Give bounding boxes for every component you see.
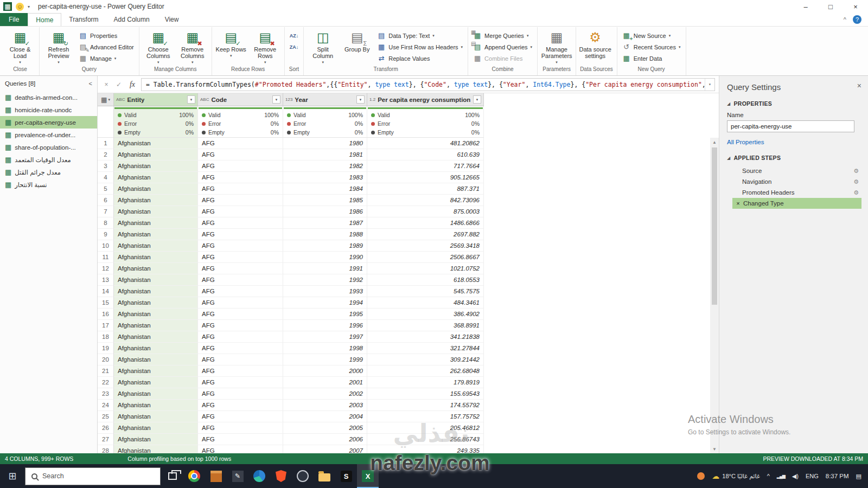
cell-entity[interactable]: Afghanistan bbox=[114, 206, 198, 217]
cell-code[interactable]: AFG bbox=[198, 217, 283, 229]
cell-year[interactable]: 2002 bbox=[283, 388, 367, 400]
tab-home[interactable]: Home bbox=[28, 13, 61, 27]
cell-year[interactable]: 2003 bbox=[283, 400, 367, 411]
cell-year[interactable]: 1994 bbox=[283, 297, 367, 309]
close-query-settings-icon[interactable]: × bbox=[857, 81, 861, 90]
table-row[interactable]: 27AfghanistanAFG2006256.86743 bbox=[98, 434, 719, 445]
append-queries-button[interactable]: ▤▤ Append Queries ▾ bbox=[471, 41, 534, 53]
cell-value[interactable]: 484.3461 bbox=[367, 297, 484, 309]
scroll-down-icon[interactable]: ▼ bbox=[710, 445, 719, 453]
cell-year[interactable]: 1999 bbox=[283, 354, 367, 365]
table-row[interactable]: 2AfghanistanAFG1981610.639 bbox=[98, 149, 719, 160]
close-button[interactable]: × bbox=[843, 0, 868, 13]
table-row[interactable]: 26AfghanistanAFG2005205.46812 bbox=[98, 422, 719, 434]
table-row[interactable]: 24AfghanistanAFG2003174.55792 bbox=[98, 400, 719, 411]
cell-year[interactable]: 2006 bbox=[283, 434, 367, 445]
cell-value[interactable]: 174.55792 bbox=[367, 400, 484, 411]
cell-entity[interactable]: Afghanistan bbox=[114, 354, 198, 365]
weather-widget[interactable]: ☁ 18°C غائم غالبًا bbox=[712, 472, 760, 480]
properties-section-header[interactable]: ◢ PROPERTIES bbox=[727, 100, 860, 107]
applied-step[interactable]: Navigation⚙ bbox=[732, 176, 861, 187]
properties-button[interactable]: ▤ Properties bbox=[76, 30, 136, 41]
cell-entity[interactable]: Afghanistan bbox=[114, 160, 198, 172]
filter-button-per-capita[interactable]: ▼ bbox=[473, 95, 481, 104]
formula-input[interactable]: = Table.TransformColumnTypes(#"Promoted … bbox=[141, 78, 715, 91]
cell-year[interactable]: 1995 bbox=[283, 309, 367, 320]
sort-descending-button[interactable]: ZA↓ bbox=[288, 41, 301, 53]
data-type-button[interactable]: ▤ Data Type: Text ▾ bbox=[375, 30, 465, 41]
cell-value[interactable]: 262.68048 bbox=[367, 365, 484, 377]
cell-code[interactable]: AFG bbox=[198, 286, 283, 297]
query-list-item[interactable]: ▦معدل الوفيات المتعمد bbox=[0, 153, 97, 166]
notification-icon[interactable] bbox=[697, 472, 705, 480]
cell-code[interactable]: AFG bbox=[198, 149, 283, 160]
language-indicator[interactable]: ENG bbox=[806, 473, 819, 479]
tab-add-column[interactable]: Add Column bbox=[106, 13, 157, 26]
cell-value[interactable]: 905.12665 bbox=[367, 172, 484, 183]
expand-formula-bar-icon[interactable]: ▾ bbox=[705, 79, 714, 91]
step-settings-gear-icon[interactable]: ⚙ bbox=[853, 178, 859, 185]
query-list-item[interactable]: ▦homicide-rate-unodc bbox=[0, 104, 97, 116]
cell-value[interactable]: 157.75752 bbox=[367, 411, 484, 422]
cell-code[interactable]: AFG bbox=[198, 331, 283, 343]
cell-year[interactable]: 1998 bbox=[283, 343, 367, 354]
table-row[interactable]: 21AfghanistanAFG2000262.68048 bbox=[98, 365, 719, 377]
cell-value[interactable]: 545.7575 bbox=[367, 286, 484, 297]
cell-code[interactable]: AFG bbox=[198, 297, 283, 309]
cell-value[interactable]: 309.21442 bbox=[367, 354, 484, 365]
combine-files-button[interactable]: ▦ Combine Files bbox=[471, 53, 534, 64]
cell-entity[interactable]: Afghanistan bbox=[114, 297, 198, 309]
cell-code[interactable]: AFG bbox=[198, 195, 283, 206]
table-row[interactable]: 22AfghanistanAFG2001179.8919 bbox=[98, 377, 719, 388]
cell-entity[interactable]: Afghanistan bbox=[114, 252, 198, 263]
query-list-item[interactable]: ▦معدل جرائم القتل bbox=[0, 166, 97, 178]
column-header-year[interactable]: 123 Year ▼ bbox=[283, 93, 367, 106]
cell-year[interactable]: 1996 bbox=[283, 320, 367, 331]
status-profiling-note[interactable]: Column profiling based on top 1000 rows bbox=[127, 455, 231, 462]
browser-app-button[interactable] bbox=[248, 464, 270, 488]
cell-code[interactable]: AFG bbox=[198, 252, 283, 263]
table-row[interactable]: 13AfghanistanAFG1992618.0553 bbox=[98, 274, 719, 286]
taskbar-search[interactable]: Search bbox=[25, 467, 161, 485]
cell-year[interactable]: 2000 bbox=[283, 365, 367, 377]
query-name-input[interactable] bbox=[727, 120, 854, 132]
keep-rows-button[interactable]: ▤✓ Keep Rows ▾ bbox=[215, 28, 247, 57]
cell-value[interactable]: 205.46812 bbox=[367, 422, 484, 434]
cell-year[interactable]: 1987 bbox=[283, 217, 367, 229]
cell-year[interactable]: 1993 bbox=[283, 286, 367, 297]
cell-value[interactable]: 887.371 bbox=[367, 183, 484, 195]
cell-year[interactable]: 1992 bbox=[283, 274, 367, 286]
cell-value[interactable]: 249.335 bbox=[367, 445, 484, 453]
cell-value[interactable]: 842.73096 bbox=[367, 195, 484, 206]
table-row[interactable]: 14AfghanistanAFG1993545.7575 bbox=[98, 286, 719, 297]
choose-columns-button[interactable]: ▦✓ Choose Columns ▾ bbox=[142, 28, 175, 64]
applied-step[interactable]: Source⚙ bbox=[732, 165, 861, 176]
table-row[interactable]: 23AfghanistanAFG2002155.69543 bbox=[98, 388, 719, 400]
cell-value[interactable]: 1486.6866 bbox=[367, 217, 484, 229]
cell-value[interactable]: 1021.0752 bbox=[367, 263, 484, 274]
cell-year[interactable]: 2007 bbox=[283, 445, 367, 453]
manage-parameters-button[interactable]: ▦ Manage Parameters ▾ bbox=[540, 28, 573, 64]
pen-app-button[interactable]: ✎ bbox=[227, 464, 248, 488]
network-icon[interactable]: ▂▄▆ bbox=[777, 474, 785, 479]
table-row[interactable]: 16AfghanistanAFG1995386.4902 bbox=[98, 309, 719, 320]
brave-app-button[interactable] bbox=[270, 464, 292, 488]
query-list-item[interactable]: ▦deaths-in-armed-con... bbox=[0, 91, 97, 104]
cell-entity[interactable]: Afghanistan bbox=[114, 183, 198, 195]
use-first-row-as-headers-button[interactable]: ▦ Use First Row as Headers ▾ bbox=[375, 41, 465, 53]
cell-code[interactable]: AFG bbox=[198, 160, 283, 172]
close-and-load-button[interactable]: ▦✓ Close & Load ▾ bbox=[4, 28, 36, 64]
cell-code[interactable]: AFG bbox=[198, 206, 283, 217]
query-list-item[interactable]: ▦share-of-population-... bbox=[0, 141, 97, 153]
cell-year[interactable]: 1990 bbox=[283, 252, 367, 263]
cancel-formula-icon[interactable]: × bbox=[101, 81, 111, 88]
table-row[interactable]: 4AfghanistanAFG1983905.12665 bbox=[98, 172, 719, 183]
table-row[interactable]: 6AfghanistanAFG1985842.73096 bbox=[98, 195, 719, 206]
cell-year[interactable]: 1986 bbox=[283, 206, 367, 217]
cell-entity[interactable]: Afghanistan bbox=[114, 172, 198, 183]
cell-year[interactable]: 2004 bbox=[283, 411, 367, 422]
all-properties-link[interactable]: All Properties bbox=[727, 139, 764, 145]
applied-steps-section-header[interactable]: ◢ APPLIED STEPS bbox=[727, 155, 860, 161]
filter-button-code[interactable]: ▼ bbox=[272, 95, 280, 104]
cell-value[interactable]: 2697.882 bbox=[367, 229, 484, 240]
